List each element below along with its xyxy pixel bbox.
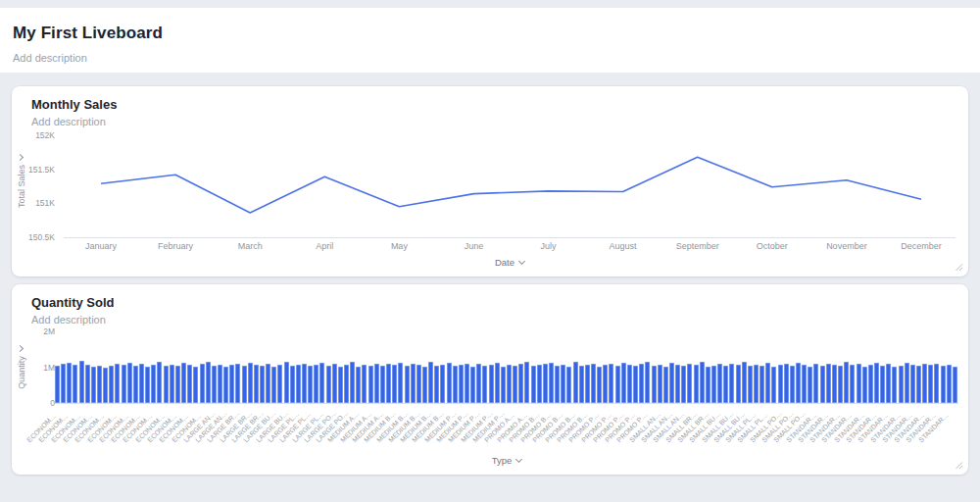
bar[interactable] — [868, 365, 873, 403]
bar[interactable] — [193, 367, 198, 403]
bar[interactable] — [652, 366, 657, 403]
chart-title[interactable]: Monthly Sales — [31, 97, 117, 112]
bar[interactable] — [332, 364, 337, 403]
bar[interactable] — [79, 361, 84, 403]
bar[interactable] — [802, 365, 807, 403]
bar[interactable] — [813, 364, 818, 403]
bar[interactable] — [850, 365, 855, 403]
bar[interactable] — [164, 366, 169, 403]
bar[interactable] — [459, 365, 464, 403]
bar[interactable] — [109, 366, 114, 403]
bar[interactable] — [465, 364, 469, 403]
bar[interactable] — [566, 367, 571, 403]
bar[interactable] — [187, 365, 192, 403]
x-axis-title[interactable]: Type — [55, 455, 958, 466]
bar[interactable] — [242, 366, 247, 403]
bar[interactable] — [934, 364, 939, 404]
bar[interactable] — [790, 366, 795, 403]
bar[interactable] — [290, 366, 295, 403]
bar[interactable] — [266, 364, 270, 404]
bar[interactable] — [127, 363, 132, 403]
bar[interactable] — [748, 366, 753, 403]
bar[interactable] — [621, 363, 626, 403]
bar[interactable] — [639, 364, 644, 403]
bar[interactable] — [392, 365, 397, 403]
bar[interactable] — [765, 363, 770, 403]
bar[interactable] — [416, 365, 421, 403]
bar[interactable] — [428, 362, 433, 403]
bar[interactable] — [157, 362, 162, 403]
bar[interactable] — [67, 363, 72, 403]
bar[interactable] — [447, 363, 452, 403]
bar[interactable] — [296, 365, 301, 403]
bar[interactable] — [356, 367, 361, 403]
liveboard-description-placeholder[interactable]: Add description — [13, 52, 980, 64]
bar[interactable] — [862, 367, 867, 403]
bar[interactable] — [928, 365, 933, 403]
bar[interactable] — [518, 364, 523, 403]
bar[interactable] — [771, 367, 776, 403]
bar[interactable] — [760, 366, 764, 403]
bar[interactable] — [953, 367, 957, 403]
bar[interactable] — [778, 365, 783, 403]
bar[interactable] — [820, 366, 825, 403]
bar[interactable] — [681, 366, 686, 403]
bar[interactable] — [314, 365, 318, 403]
bar[interactable] — [549, 363, 554, 403]
bar[interactable] — [524, 362, 529, 403]
bar[interactable] — [453, 366, 458, 403]
bar[interactable] — [880, 366, 885, 403]
bar[interactable] — [206, 362, 211, 403]
bar[interactable] — [91, 367, 96, 403]
bar[interactable] — [537, 365, 542, 403]
x-axis-title[interactable]: Date — [64, 257, 956, 268]
bar[interactable] — [899, 366, 904, 403]
bar[interactable] — [277, 365, 282, 403]
chart-description-placeholder[interactable]: Add description — [31, 314, 106, 326]
bar[interactable] — [507, 365, 512, 403]
bar[interactable] — [723, 366, 728, 403]
bar[interactable] — [489, 365, 494, 403]
bar[interactable] — [200, 364, 205, 403]
bar[interactable] — [675, 365, 680, 403]
bar[interactable] — [886, 364, 891, 403]
quantity-sold-bar-chart[interactable] — [55, 331, 958, 403]
bar[interactable] — [501, 367, 506, 403]
bar[interactable] — [380, 366, 385, 403]
bar[interactable] — [892, 367, 897, 403]
bar[interactable] — [97, 366, 102, 403]
bar[interactable] — [254, 365, 259, 403]
bar[interactable] — [832, 365, 837, 403]
bar[interactable] — [844, 362, 849, 403]
bar[interactable] — [597, 367, 602, 403]
bar[interactable] — [122, 365, 126, 403]
bar[interactable] — [796, 363, 801, 403]
bar[interactable] — [350, 362, 355, 403]
bar[interactable] — [706, 367, 710, 403]
bar[interactable] — [386, 364, 391, 403]
bar[interactable] — [922, 364, 927, 403]
bar[interactable] — [405, 366, 410, 403]
bar[interactable] — [495, 363, 500, 403]
bar[interactable] — [742, 362, 747, 403]
bar[interactable] — [145, 367, 150, 403]
bar[interactable] — [543, 364, 548, 403]
bar[interactable] — [729, 364, 734, 404]
bar[interactable] — [223, 367, 228, 403]
bar[interactable] — [947, 365, 952, 403]
bar[interactable] — [711, 366, 716, 403]
bar[interactable] — [470, 367, 475, 403]
bar[interactable] — [603, 365, 608, 403]
bar[interactable] — [826, 364, 831, 404]
resize-handle-icon[interactable] — [955, 263, 963, 272]
bar[interactable] — [229, 365, 234, 403]
bar[interactable] — [368, 366, 373, 403]
bar[interactable] — [362, 365, 367, 403]
resize-handle-icon[interactable] — [955, 461, 963, 470]
bar[interactable] — [591, 364, 596, 404]
bar[interactable] — [784, 364, 789, 403]
bar[interactable] — [73, 365, 77, 403]
bar[interactable] — [579, 366, 584, 403]
bar[interactable] — [736, 365, 741, 403]
bar[interactable] — [181, 363, 186, 403]
